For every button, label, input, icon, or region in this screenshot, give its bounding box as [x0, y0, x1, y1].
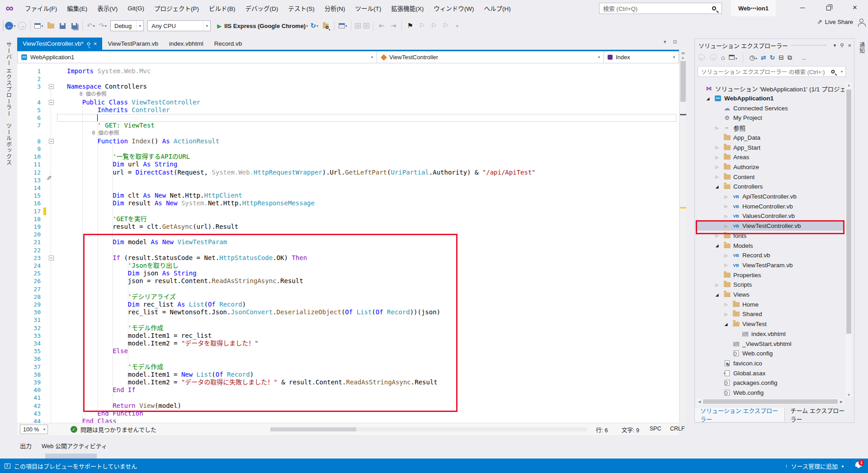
code-line[interactable]: 44 End Class: [17, 417, 679, 423]
menu-extensions[interactable]: 拡張機能(X): [386, 4, 429, 13]
code-line[interactable]: 21 Dim model As New ViewTestParam: [17, 238, 679, 246]
forward-icon[interactable]: →: [710, 54, 717, 61]
notifications-vertical-tab[interactable]: 通知: [858, 42, 866, 54]
tree-item-content[interactable]: ▷Content: [695, 172, 844, 182]
close-icon[interactable]: ×: [848, 42, 851, 49]
code-line[interactable]: 17: [17, 208, 679, 215]
code-line[interactable]: 4− Public Class ViewTestController: [17, 99, 679, 106]
save-all-button[interactable]: [69, 20, 80, 32]
add-to-source-control-button[interactable]: ↑ ソース管理に追加 ▲: [785, 459, 844, 473]
code-line[interactable]: 27: [17, 285, 679, 293]
expand-arrow-icon[interactable]: ▷: [723, 224, 729, 228]
tree-item--webapplication1-1-1-[interactable]: ⋈ソリューション 'WebApplication1' (1/1 プロジェクト): [695, 84, 844, 94]
code-line[interactable]: 9: [17, 145, 679, 153]
expand-arrow-icon[interactable]: ▷: [723, 194, 729, 199]
code-line[interactable]: 38 model.Item1 = New List(Of Record): [17, 371, 679, 378]
code-line[interactable]: 16 Dim result As New System.Net.Http.Htt…: [17, 199, 679, 207]
output-panel-tab[interactable]: 出力: [20, 441, 32, 450]
code-line[interactable]: 32 'モデル作成: [17, 324, 679, 332]
menu-project[interactable]: プロジェクト(P): [149, 4, 204, 13]
scrollbar-thumb[interactable]: [703, 399, 838, 404]
code-line[interactable]: 30 rec_list = Newtonsoft.Json.JsonConver…: [17, 308, 679, 316]
sync-with-active-document-icon[interactable]: ⇄: [761, 54, 766, 61]
menu-edit[interactable]: 編集(E): [62, 4, 92, 13]
code-line[interactable]: 18 'GETを実行: [17, 215, 679, 223]
code-line[interactable]: 36: [17, 355, 679, 363]
expand-arrow-icon[interactable]: ▷: [714, 283, 720, 287]
solution-configuration-dropdown[interactable]: Debug▾: [110, 20, 144, 31]
code-line[interactable]: 23− If (result.StatusCode = Net.HttpStat…: [17, 254, 679, 262]
code-line[interactable]: 29 Dim rec_list As List(Of Record): [17, 301, 679, 308]
solution-platform-dropdown[interactable]: Any CPU▾: [147, 20, 211, 31]
splitter-handle[interactable]: [681, 52, 685, 54]
member-dropdown[interactable]: Index▾: [604, 52, 679, 63]
tree-item-valuescontroller.vb[interactable]: ▷VBValuesController.vb: [695, 211, 844, 221]
toolbar-overflow-button[interactable]: ▾: [452, 20, 462, 32]
code-line[interactable]: 42 Return View(model): [17, 402, 679, 410]
tree-item-areas[interactable]: ▷Areas: [695, 152, 844, 162]
menu-file[interactable]: ファイル(F): [20, 4, 62, 13]
redo-button[interactable]: ↷▾: [97, 20, 108, 32]
space-mode-indicator[interactable]: SPC: [650, 426, 661, 432]
project-dropdown[interactable]: WebApplication1▾: [18, 52, 377, 63]
menu-build[interactable]: ビルド(B): [204, 4, 241, 13]
screenshot-tool-button[interactable]: ▾: [337, 20, 348, 32]
tree-item-app_data[interactable]: App_Data: [695, 133, 844, 143]
tab-index-vbhtml[interactable]: index.vbhtml: [164, 38, 209, 50]
code-line[interactable]: 26 json = result.Content.ReadAsStringAsy…: [17, 277, 679, 285]
open-file-button[interactable]: [45, 20, 56, 32]
show-all-files-icon[interactable]: ⧉: [788, 54, 792, 61]
scroll-up-icon[interactable]: ▲: [679, 56, 686, 60]
tree-item-apitestcontroller.vb[interactable]: ▷VBApiTestController.vb: [695, 192, 844, 202]
refresh-icon[interactable]: ↻: [769, 54, 775, 61]
code-line[interactable]: 12 url = DirectCast(Request, System.Web.…: [17, 169, 679, 176]
live-share-button[interactable]: ⇗ Live Share: [817, 18, 853, 25]
drag-handle[interactable]: [792, 45, 826, 46]
menu-git[interactable]: Git(G): [123, 5, 149, 12]
tree-item-packages.config[interactable]: packages.config: [695, 378, 844, 388]
zoom-level-dropdown[interactable]: 100 %▾: [20, 425, 48, 434]
pin-icon[interactable]: ⚲: [840, 43, 844, 48]
codelens-row[interactable]: 0 個の参照: [17, 91, 679, 99]
tab-record[interactable]: Record.vb: [209, 38, 248, 50]
pending-changes-filter-icon[interactable]: ◷▾: [749, 54, 757, 61]
window-menu-icon[interactable]: ▾: [834, 43, 836, 48]
expand-arrow-icon[interactable]: ▷: [714, 233, 720, 238]
tree-item-favicon.ico[interactable]: favicon.ico: [695, 359, 844, 369]
tree-item-fonts[interactable]: ▷fonts: [695, 231, 844, 241]
scrollbar-thumb[interactable]: [270, 427, 356, 431]
expand-arrow-icon[interactable]: ▷: [723, 312, 729, 317]
code-line[interactable]: 11 Dim url As String: [17, 161, 679, 168]
expand-arrow-icon[interactable]: ▷: [723, 263, 729, 267]
fold-toggle[interactable]: −: [49, 100, 54, 105]
tree-item-my-project[interactable]: ⚙My Project: [695, 113, 844, 123]
tree-item-controllers[interactable]: ◢Controllers: [695, 182, 844, 192]
code-line[interactable]: 19 result = clt.GetAsync(url).Result: [17, 223, 679, 231]
fold-toggle[interactable]: −: [49, 255, 54, 260]
tab-viewtestparam[interactable]: ViewTestParam.vb: [102, 38, 164, 50]
code-line[interactable]: 1Imports System.Web.Mvc: [17, 67, 679, 75]
code-line[interactable]: 33 model.Item1 = rec_list: [17, 332, 679, 340]
scroll-up-icon[interactable]: ▲: [845, 82, 852, 89]
expand-arrow-icon[interactable]: ▷: [714, 175, 720, 179]
code-line[interactable]: 13: [17, 176, 679, 184]
tree-item-views[interactable]: ◢Views: [695, 290, 844, 300]
tree-item-scripts[interactable]: ▷Scripts: [695, 280, 844, 290]
expand-arrow-icon[interactable]: ▷: [723, 214, 729, 218]
back-icon[interactable]: ←: [698, 54, 705, 61]
code-line[interactable]: 28 'デシリアライズ: [17, 293, 679, 301]
tree-vertical-scrollbar[interactable]: ▲ ▼: [845, 82, 852, 397]
new-project-button[interactable]: ▾: [33, 20, 44, 32]
close-button[interactable]: ×: [842, 0, 868, 16]
tree-item-homecontroller.vb[interactable]: ▷VBHomeController.vb: [695, 201, 844, 211]
scroll-down-icon[interactable]: ▼: [845, 393, 852, 397]
scroll-right-icon[interactable]: ▶: [839, 400, 844, 404]
code-line[interactable]: 41: [17, 394, 679, 402]
tree-item-home[interactable]: ▷Home: [695, 299, 844, 309]
expand-arrow-icon[interactable]: ▷: [714, 126, 720, 130]
collapse-arrow-icon[interactable]: ◢: [705, 96, 711, 101]
code-line[interactable]: 8− Function Index() As ActionResult: [17, 137, 679, 145]
home-icon[interactable]: ⌂: [721, 54, 725, 61]
toggle-bookmark-button[interactable]: ⚑: [405, 20, 415, 32]
toolbox-vertical-tab[interactable]: ツールボックス: [5, 123, 13, 166]
